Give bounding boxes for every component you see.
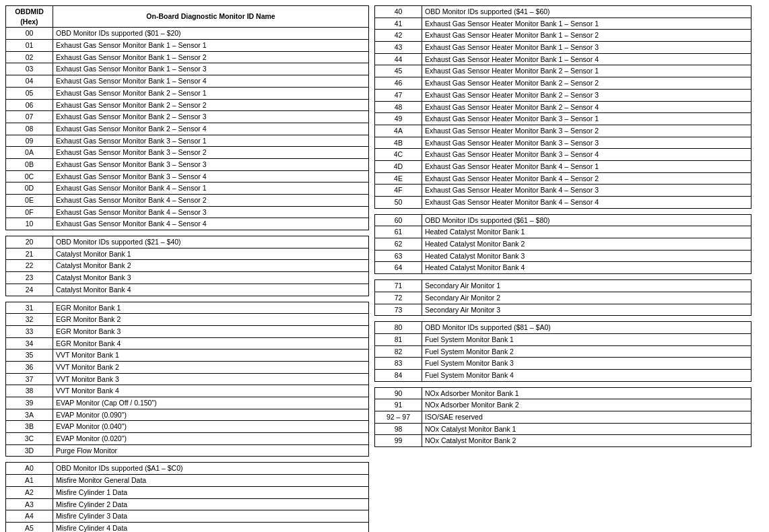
hex-cell: 0E [6,195,53,207]
table-hex-31-3D: 31EGR Monitor Bank 132EGR Monitor Bank 2… [5,302,369,457]
name-cell: Exhaust Gas Sensor Heater Monitor Bank 4… [422,172,751,185]
hex-cell: 4B [375,137,422,149]
table-row: 62Heated Catalyst Monitor Bank 2 [375,238,751,251]
hex-cell: 80 [375,322,422,334]
table-row: 63Heated Catalyst Monitor Bank 3 [375,250,751,262]
name-cell: Exhaust Gas Sensor Monitor Bank 3 – Sens… [53,158,369,170]
hex-cell: A3 [6,498,53,510]
table-row: 47Exhaust Gas Sensor Heater Monitor Bank… [375,89,751,101]
hex-cell: 36 [6,361,53,373]
name-cell: Secondary Air Monitor 3 [422,304,751,316]
name-cell: Exhaust Gas Sensor Heater Monitor Bank 2… [422,101,751,113]
table-row: 61Heated Catalyst Monitor Bank 1 [375,226,751,238]
table-hex-40-50: 40OBD Monitor IDs supported ($41 – $60)4… [374,5,751,209]
name-cell: EVAP Monitor (0.090") [53,409,369,421]
table-row: 48Exhaust Gas Sensor Heater Monitor Bank… [375,101,751,113]
name-cell: Secondary Air Monitor 1 [422,280,751,292]
hex-cell: 35 [6,350,53,362]
name-cell: OBD Monitor IDs supported ($61 – $80) [422,214,751,226]
name-cell: EGR Monitor Bank 3 [53,325,369,337]
hex-cell: 49 [375,113,422,125]
page-container: OBDMID (Hex) On-Board Diagnostic Monitor… [5,5,764,532]
table-row: 31EGR Monitor Bank 1 [6,302,369,314]
name-cell: NOx Adsorber Monitor Bank 1 [422,387,751,399]
name-cell: Fuel System Monitor Bank 1 [422,333,751,345]
table-row: 4BExhaust Gas Sensor Heater Monitor Bank… [375,137,751,149]
table-row: 40OBD Monitor IDs supported ($41 – $60) [375,6,751,18]
name-cell: Exhaust Gas Sensor Heater Monitor Bank 2… [422,77,751,90]
col-header-hex: OBDMID (Hex) [6,6,53,28]
name-cell: Exhaust Gas Sensor Heater Monitor Bank 1… [422,42,751,54]
name-cell: Exhaust Gas Sensor Monitor Bank 4 – Sens… [53,206,369,218]
table-row: 81Fuel System Monitor Bank 1 [375,333,751,345]
name-cell: Exhaust Gas Sensor Heater Monitor Bank 3… [422,125,751,137]
hex-cell: 20 [6,236,53,248]
table-row: 33EGR Monitor Bank 3 [6,325,369,337]
hex-cell: 09 [6,135,53,147]
hex-cell: 02 [6,51,53,63]
name-cell: Exhaust Gas Sensor Monitor Bank 1 – Sens… [53,51,369,63]
name-cell: Misfire Cylinder 4 Data [53,522,369,532]
table-row: 4CExhaust Gas Sensor Heater Monitor Bank… [375,149,751,161]
name-cell: EGR Monitor Bank 4 [53,337,369,350]
name-cell: Misfire Monitor General Data [53,475,369,487]
table-row: 09Exhaust Gas Sensor Monitor Bank 3 – Se… [6,135,369,147]
name-cell: EGR Monitor Bank 1 [53,302,369,314]
table-row: 35VVT Monitor Bank 1 [6,350,369,362]
table-row: 05Exhaust Gas Sensor Monitor Bank 2 – Se… [6,87,369,99]
hex-cell: 34 [6,337,53,350]
name-cell: VVT Monitor Bank 3 [53,373,369,385]
table-row: 34EGR Monitor Bank 4 [6,337,369,350]
hex-cell: 98 [375,423,422,435]
hex-cell: 38 [6,385,53,397]
name-cell: Exhaust Gas Sensor Heater Monitor Bank 2… [422,89,751,101]
name-cell: Heated Catalyst Monitor Bank 2 [422,238,751,251]
hex-cell: 31 [6,302,53,314]
table-row: 92 – 97ISO/SAE reserved [375,411,751,424]
name-cell: Fuel System Monitor Bank 4 [422,369,751,381]
hex-cell: 90 [375,387,422,399]
name-cell: OBD Monitor IDs supported ($A1 – $C0) [53,463,369,475]
hex-cell: 81 [375,333,422,345]
hex-cell: A5 [6,522,53,532]
name-cell: Exhaust Gas Sensor Monitor Bank 3 – Sens… [53,170,369,182]
table-row: 50Exhaust Gas Sensor Heater Monitor Bank… [375,197,751,209]
hex-cell: 10 [6,218,53,230]
table-row: 22Catalyst Monitor Bank 2 [6,260,369,272]
name-cell: OBD Monitor IDs supported ($01 – $20) [53,28,369,40]
table-row: 80OBD Monitor IDs supported ($81 – $A0) [375,322,751,334]
name-cell: Fuel System Monitor Bank 3 [422,358,751,370]
name-cell: Catalyst Monitor Bank 3 [53,272,369,284]
table-row: 36VVT Monitor Bank 2 [6,361,369,373]
name-cell: Exhaust Gas Sensor Monitor Bank 4 – Sens… [53,218,369,230]
table-row: 0EExhaust Gas Sensor Monitor Bank 4 – Se… [6,195,369,207]
table-row: A4Misfire Cylinder 3 Data [6,510,369,523]
hex-cell: 47 [375,89,422,101]
hex-cell: 24 [6,284,53,296]
hex-cell: 03 [6,63,53,75]
table-row: 64Heated Catalyst Monitor Bank 4 [375,262,751,274]
hex-cell: 06 [6,99,53,111]
table-row: 03Exhaust Gas Sensor Monitor Bank 1 – Se… [6,63,369,75]
hex-cell: 40 [375,6,422,18]
name-cell: Catalyst Monitor Bank 4 [53,284,369,296]
hex-cell: 3C [6,433,53,445]
hex-cell: A0 [6,463,53,475]
table-row: 32EGR Monitor Bank 2 [6,314,369,326]
hex-cell: 0F [6,206,53,218]
column-left: OBDMID (Hex) On-Board Diagnostic Monitor… [5,5,369,532]
hex-cell: 61 [375,226,422,238]
name-cell: Exhaust Gas Sensor Monitor Bank 3 – Sens… [53,135,369,147]
name-cell: Exhaust Gas Sensor Monitor Bank 1 – Sens… [53,40,369,52]
hex-cell: 45 [375,65,422,77]
table-row: 45Exhaust Gas Sensor Heater Monitor Bank… [375,65,751,77]
table-row: 3CEVAP Monitor (0.020") [6,433,369,445]
name-cell: EVAP Monitor (0.040") [53,421,369,433]
hex-cell: 46 [375,77,422,90]
table-row: 37VVT Monitor Bank 3 [6,373,369,385]
name-cell: Exhaust Gas Sensor Monitor Bank 2 – Sens… [53,87,369,99]
table-row: 07Exhaust Gas Sensor Monitor Bank 2 – Se… [6,111,369,123]
hex-cell: 42 [375,30,422,42]
name-cell: Exhaust Gas Sensor Monitor Bank 3 – Sens… [53,147,369,159]
table-row: A0OBD Monitor IDs supported ($A1 – $C0) [6,463,369,475]
